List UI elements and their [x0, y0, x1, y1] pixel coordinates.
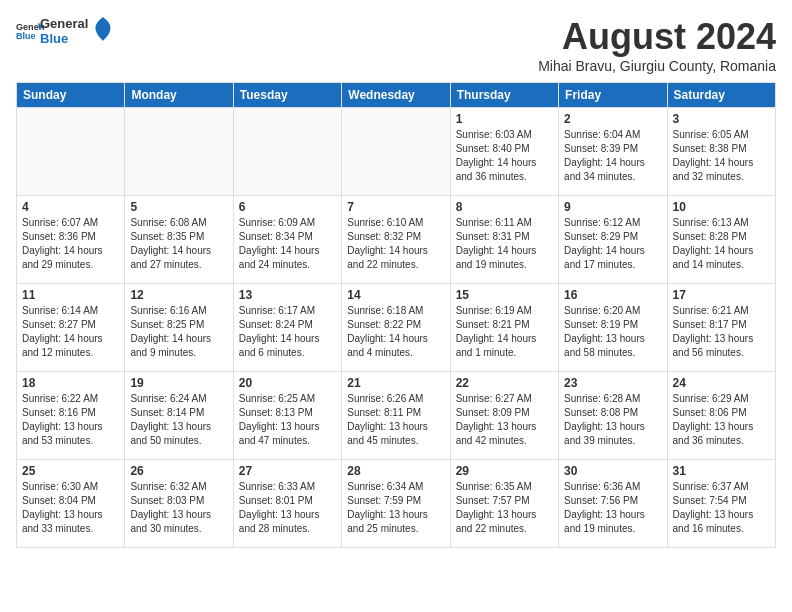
day-number: 10	[673, 200, 770, 214]
day-number: 7	[347, 200, 444, 214]
day-number: 15	[456, 288, 553, 302]
day-number: 19	[130, 376, 227, 390]
calendar-day-header: Wednesday	[342, 83, 450, 108]
day-number: 28	[347, 464, 444, 478]
day-number: 13	[239, 288, 336, 302]
calendar-header-row: SundayMondayTuesdayWednesdayThursdayFrid…	[17, 83, 776, 108]
day-info: Sunrise: 6:33 AM Sunset: 8:01 PM Dayligh…	[239, 480, 336, 536]
calendar-cell	[17, 108, 125, 196]
day-info: Sunrise: 6:20 AM Sunset: 8:19 PM Dayligh…	[564, 304, 661, 360]
calendar-cell: 9Sunrise: 6:12 AM Sunset: 8:29 PM Daylig…	[559, 196, 667, 284]
day-number: 6	[239, 200, 336, 214]
calendar-week-row: 1Sunrise: 6:03 AM Sunset: 8:40 PM Daylig…	[17, 108, 776, 196]
calendar-day-header: Monday	[125, 83, 233, 108]
month-title: August 2024	[538, 16, 776, 58]
calendar-cell: 23Sunrise: 6:28 AM Sunset: 8:08 PM Dayli…	[559, 372, 667, 460]
calendar-cell: 30Sunrise: 6:36 AM Sunset: 7:56 PM Dayli…	[559, 460, 667, 548]
calendar-cell: 19Sunrise: 6:24 AM Sunset: 8:14 PM Dayli…	[125, 372, 233, 460]
day-info: Sunrise: 6:07 AM Sunset: 8:36 PM Dayligh…	[22, 216, 119, 272]
calendar-cell: 5Sunrise: 6:08 AM Sunset: 8:35 PM Daylig…	[125, 196, 233, 284]
calendar-cell: 28Sunrise: 6:34 AM Sunset: 7:59 PM Dayli…	[342, 460, 450, 548]
calendar-cell: 26Sunrise: 6:32 AM Sunset: 8:03 PM Dayli…	[125, 460, 233, 548]
day-number: 12	[130, 288, 227, 302]
calendar-cell: 29Sunrise: 6:35 AM Sunset: 7:57 PM Dayli…	[450, 460, 558, 548]
day-info: Sunrise: 6:12 AM Sunset: 8:29 PM Dayligh…	[564, 216, 661, 272]
day-info: Sunrise: 6:04 AM Sunset: 8:39 PM Dayligh…	[564, 128, 661, 184]
title-block: August 2024 Mihai Bravu, Giurgiu County,…	[538, 16, 776, 74]
day-number: 23	[564, 376, 661, 390]
day-number: 22	[456, 376, 553, 390]
calendar-cell: 11Sunrise: 6:14 AM Sunset: 8:27 PM Dayli…	[17, 284, 125, 372]
day-number: 9	[564, 200, 661, 214]
day-number: 21	[347, 376, 444, 390]
calendar-day-header: Sunday	[17, 83, 125, 108]
day-info: Sunrise: 6:21 AM Sunset: 8:17 PM Dayligh…	[673, 304, 770, 360]
calendar-day-header: Thursday	[450, 83, 558, 108]
day-info: Sunrise: 6:24 AM Sunset: 8:14 PM Dayligh…	[130, 392, 227, 448]
calendar-table: SundayMondayTuesdayWednesdayThursdayFrid…	[16, 82, 776, 548]
logo: General Blue General Blue	[16, 16, 112, 46]
logo-wave-icon	[94, 17, 112, 41]
calendar-week-row: 4Sunrise: 6:07 AM Sunset: 8:36 PM Daylig…	[17, 196, 776, 284]
calendar-cell: 14Sunrise: 6:18 AM Sunset: 8:22 PM Dayli…	[342, 284, 450, 372]
day-info: Sunrise: 6:27 AM Sunset: 8:09 PM Dayligh…	[456, 392, 553, 448]
day-number: 27	[239, 464, 336, 478]
calendar-week-row: 18Sunrise: 6:22 AM Sunset: 8:16 PM Dayli…	[17, 372, 776, 460]
day-info: Sunrise: 6:22 AM Sunset: 8:16 PM Dayligh…	[22, 392, 119, 448]
calendar-week-row: 25Sunrise: 6:30 AM Sunset: 8:04 PM Dayli…	[17, 460, 776, 548]
day-number: 11	[22, 288, 119, 302]
calendar-cell: 10Sunrise: 6:13 AM Sunset: 8:28 PM Dayli…	[667, 196, 775, 284]
day-info: Sunrise: 6:16 AM Sunset: 8:25 PM Dayligh…	[130, 304, 227, 360]
calendar-cell: 16Sunrise: 6:20 AM Sunset: 8:19 PM Dayli…	[559, 284, 667, 372]
day-number: 29	[456, 464, 553, 478]
day-info: Sunrise: 6:03 AM Sunset: 8:40 PM Dayligh…	[456, 128, 553, 184]
day-info: Sunrise: 6:09 AM Sunset: 8:34 PM Dayligh…	[239, 216, 336, 272]
day-number: 20	[239, 376, 336, 390]
day-number: 2	[564, 112, 661, 126]
calendar-day-header: Tuesday	[233, 83, 341, 108]
calendar-cell: 24Sunrise: 6:29 AM Sunset: 8:06 PM Dayli…	[667, 372, 775, 460]
day-number: 1	[456, 112, 553, 126]
calendar-cell	[125, 108, 233, 196]
calendar-cell: 17Sunrise: 6:21 AM Sunset: 8:17 PM Dayli…	[667, 284, 775, 372]
calendar-cell: 6Sunrise: 6:09 AM Sunset: 8:34 PM Daylig…	[233, 196, 341, 284]
day-info: Sunrise: 6:13 AM Sunset: 8:28 PM Dayligh…	[673, 216, 770, 272]
logo-blue: Blue	[40, 31, 88, 46]
location: Mihai Bravu, Giurgiu County, Romania	[538, 58, 776, 74]
day-number: 16	[564, 288, 661, 302]
calendar-cell: 12Sunrise: 6:16 AM Sunset: 8:25 PM Dayli…	[125, 284, 233, 372]
day-number: 18	[22, 376, 119, 390]
day-info: Sunrise: 6:26 AM Sunset: 8:11 PM Dayligh…	[347, 392, 444, 448]
day-number: 30	[564, 464, 661, 478]
calendar-cell: 21Sunrise: 6:26 AM Sunset: 8:11 PM Dayli…	[342, 372, 450, 460]
calendar-cell: 20Sunrise: 6:25 AM Sunset: 8:13 PM Dayli…	[233, 372, 341, 460]
day-info: Sunrise: 6:08 AM Sunset: 8:35 PM Dayligh…	[130, 216, 227, 272]
day-number: 5	[130, 200, 227, 214]
day-number: 3	[673, 112, 770, 126]
day-number: 17	[673, 288, 770, 302]
page-header: General Blue General Blue August 2024 Mi…	[16, 16, 776, 74]
day-info: Sunrise: 6:11 AM Sunset: 8:31 PM Dayligh…	[456, 216, 553, 272]
day-number: 26	[130, 464, 227, 478]
svg-text:Blue: Blue	[16, 31, 36, 41]
day-number: 4	[22, 200, 119, 214]
calendar-cell: 15Sunrise: 6:19 AM Sunset: 8:21 PM Dayli…	[450, 284, 558, 372]
calendar-cell: 2Sunrise: 6:04 AM Sunset: 8:39 PM Daylig…	[559, 108, 667, 196]
day-info: Sunrise: 6:19 AM Sunset: 8:21 PM Dayligh…	[456, 304, 553, 360]
day-info: Sunrise: 6:29 AM Sunset: 8:06 PM Dayligh…	[673, 392, 770, 448]
day-number: 25	[22, 464, 119, 478]
day-info: Sunrise: 6:37 AM Sunset: 7:54 PM Dayligh…	[673, 480, 770, 536]
calendar-day-header: Friday	[559, 83, 667, 108]
calendar-day-header: Saturday	[667, 83, 775, 108]
day-number: 14	[347, 288, 444, 302]
day-info: Sunrise: 6:10 AM Sunset: 8:32 PM Dayligh…	[347, 216, 444, 272]
calendar-cell: 1Sunrise: 6:03 AM Sunset: 8:40 PM Daylig…	[450, 108, 558, 196]
day-number: 8	[456, 200, 553, 214]
day-number: 24	[673, 376, 770, 390]
day-info: Sunrise: 6:30 AM Sunset: 8:04 PM Dayligh…	[22, 480, 119, 536]
day-info: Sunrise: 6:32 AM Sunset: 8:03 PM Dayligh…	[130, 480, 227, 536]
calendar-cell: 8Sunrise: 6:11 AM Sunset: 8:31 PM Daylig…	[450, 196, 558, 284]
day-info: Sunrise: 6:18 AM Sunset: 8:22 PM Dayligh…	[347, 304, 444, 360]
day-info: Sunrise: 6:17 AM Sunset: 8:24 PM Dayligh…	[239, 304, 336, 360]
day-info: Sunrise: 6:34 AM Sunset: 7:59 PM Dayligh…	[347, 480, 444, 536]
